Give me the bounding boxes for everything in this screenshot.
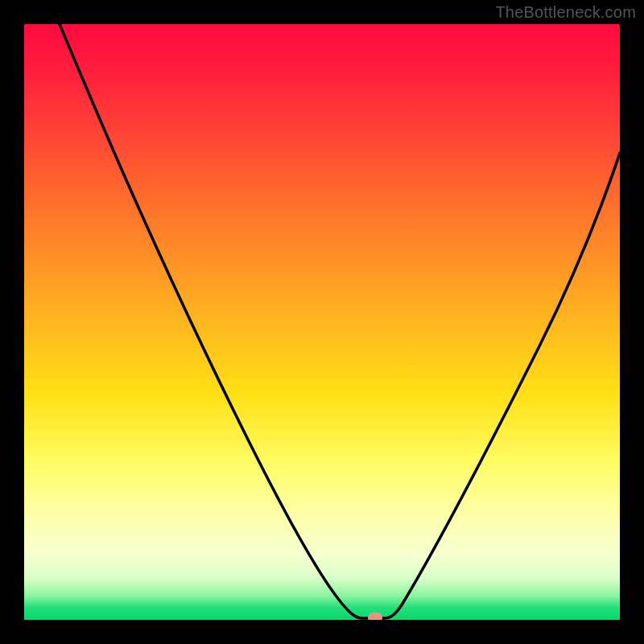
bottleneck-curve (24, 24, 620, 620)
watermark-text: TheBottleneck.com (495, 3, 636, 22)
optimal-point-marker (368, 613, 382, 621)
chart-frame: TheBottleneck.com (0, 0, 644, 644)
curve-path (60, 24, 620, 618)
plot-area (24, 24, 620, 620)
